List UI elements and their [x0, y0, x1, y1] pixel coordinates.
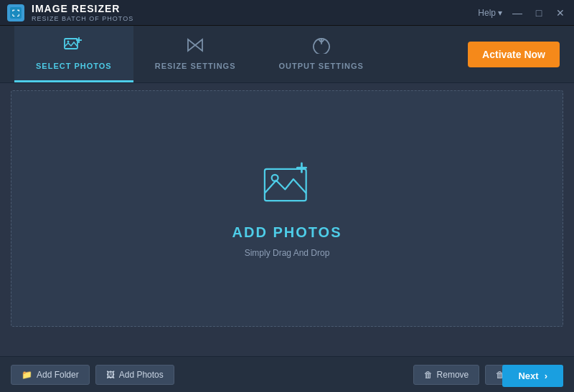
bottom-toolbar: 📁 Add Folder 🖼 Add Photos 🗑 Remove 🗑 Rem… — [0, 356, 574, 392]
tab-output-settings-label: OUTPUT SETTINGS — [279, 62, 364, 70]
drop-zone[interactable]: ADD PHOTOS Simply Drag And Drop — [11, 90, 563, 327]
help-button[interactable]: Help ▾ — [478, 8, 502, 18]
minimize-button[interactable]: — — [511, 7, 524, 19]
tab-resize-settings[interactable]: RESIZE SETTINGS — [133, 26, 258, 82]
app-subtitle: RESIZE BATCH OF PHOTOS — [32, 15, 133, 23]
title-bar: ⛶ IMAGE RESIZER RESIZE BATCH OF PHOTOS H… — [0, 0, 574, 26]
maximize-button[interactable]: □ — [532, 7, 545, 19]
next-arrow-icon: › — [545, 371, 547, 381]
tab-output-settings[interactable]: OUTPUT SETTINGS — [258, 26, 385, 82]
image-icon: 🖼 — [106, 370, 115, 380]
next-area: Next › — [502, 365, 563, 387]
resize-settings-icon — [185, 37, 205, 58]
add-photos-sublabel: Simply Drag And Drop — [245, 248, 330, 258]
close-button[interactable]: ✕ — [554, 7, 567, 19]
svg-text:⛶: ⛶ — [12, 9, 19, 17]
select-photos-icon — [64, 37, 84, 58]
svg-point-3 — [67, 40, 69, 42]
add-folder-button[interactable]: 📁 Add Folder — [11, 365, 90, 385]
folder-icon: 📁 — [22, 370, 32, 380]
output-settings-icon — [311, 37, 331, 58]
bottom-left-buttons: 📁 Add Folder 🖼 Add Photos — [11, 365, 174, 385]
title-bar-left: ⛶ IMAGE RESIZER RESIZE BATCH OF PHOTOS — [7, 3, 133, 23]
tab-bar: SELECT PHOTOS RESIZE SETTINGS OUTPUT SET… — [0, 26, 574, 83]
tab-resize-settings-label: RESIZE SETTINGS — [155, 62, 236, 70]
activate-now-button[interactable]: Activate Now — [468, 42, 560, 67]
next-button[interactable]: Next › — [502, 365, 563, 387]
remove-button[interactable]: 🗑 Remove — [413, 365, 480, 385]
tab-select-photos[interactable]: SELECT PHOTOS — [14, 26, 133, 82]
tab-select-photos-label: SELECT PHOTOS — [36, 62, 112, 70]
add-photos-icon — [258, 160, 316, 217]
svg-point-9 — [272, 174, 278, 181]
app-title-block: IMAGE RESIZER RESIZE BATCH OF PHOTOS — [32, 3, 133, 23]
svg-rect-8 — [265, 168, 306, 200]
add-photos-label: ADD PHOTOS — [232, 224, 342, 241]
title-bar-right: Help ▾ — □ ✕ — [478, 7, 567, 19]
app-title: IMAGE RESIZER — [32, 3, 133, 15]
remove-icon: 🗑 — [424, 370, 433, 380]
app-icon: ⛶ — [7, 4, 24, 21]
svg-marker-7 — [195, 39, 202, 51]
add-photos-button[interactable]: 🖼 Add Photos — [95, 365, 174, 385]
svg-marker-6 — [188, 39, 195, 51]
